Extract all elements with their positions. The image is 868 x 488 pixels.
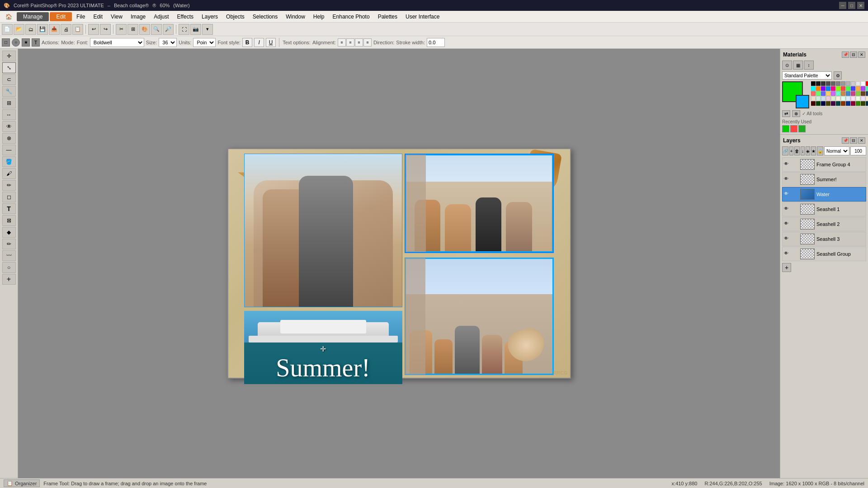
color-swatch[interactable] [866, 91, 868, 96]
menu-window[interactable]: Window [282, 13, 309, 21]
color-swatch[interactable] [866, 96, 868, 101]
layer-item[interactable]: 👁Seashell Group [782, 247, 866, 261]
color-swatch[interactable] [851, 86, 855, 91]
menu-view[interactable]: View [107, 13, 126, 21]
color-swatch[interactable] [811, 86, 816, 91]
color-swatch[interactable] [861, 81, 865, 86]
color-swatch[interactable] [826, 86, 830, 91]
color-swatch[interactable] [861, 101, 865, 106]
selection-tool[interactable]: ⤡ [2, 62, 16, 73]
opacity-input[interactable] [850, 146, 866, 155]
color-swatch[interactable] [836, 81, 840, 86]
menu-edit-item[interactable]: Edit [90, 13, 106, 21]
layer-item[interactable]: 👁Seashell 2 [782, 217, 866, 231]
materials-close-button[interactable]: ✕ [858, 52, 865, 58]
tool-mode-rect[interactable]: □ [2, 38, 10, 47]
align-center[interactable]: ≡ [346, 38, 354, 47]
layer-visibility-toggle[interactable]: 👁 [784, 206, 790, 212]
full-screen[interactable]: ⛶ [179, 24, 189, 35]
recent-color-2[interactable] [790, 125, 797, 132]
move-tool[interactable]: ✛ [2, 51, 16, 61]
color-swatch[interactable] [811, 81, 816, 86]
color-swatch[interactable] [831, 81, 835, 86]
paint-bucket[interactable]: 🪣 [2, 156, 16, 167]
gradient-tab[interactable]: ▦ [793, 61, 803, 70]
bold-button[interactable]: B [242, 38, 252, 47]
layers-close-button[interactable]: ✕ [858, 137, 865, 144]
screenshot[interactable]: 📷 [190, 24, 201, 35]
units-selector[interactable]: Points Pixels [193, 38, 216, 47]
color-swatch[interactable] [821, 91, 826, 96]
color-swatch[interactable] [856, 101, 860, 106]
menu-edit[interactable]: Edit [50, 12, 72, 21]
color-swatch[interactable] [826, 96, 830, 101]
materials-pin-button[interactable]: 📌 [842, 52, 849, 58]
color-swatch[interactable] [846, 86, 850, 91]
tool-mode-star[interactable]: ★ [22, 38, 30, 47]
color-swatch[interactable] [811, 96, 816, 101]
menu-user-interface[interactable]: User Interface [402, 13, 443, 21]
frame-topright[interactable] [405, 154, 554, 253]
color-swatch[interactable] [816, 86, 821, 91]
color-swatch[interactable] [841, 86, 845, 91]
font-selector[interactable]: Boldwell Arial Times New Roman [90, 38, 144, 47]
color-swatch[interactable] [811, 91, 816, 96]
swap-colors-button[interactable]: ⇄ [782, 110, 790, 117]
menu-image[interactable]: Image [127, 13, 149, 21]
zoom-out[interactable]: 🔎 [163, 24, 174, 35]
palette-settings[interactable]: ⚙ [834, 71, 842, 80]
open-button[interactable]: 📂 [14, 24, 24, 35]
palette-type-selector[interactable]: Standard Palette Web Safe [782, 71, 832, 80]
menu-selections[interactable]: Selections [249, 13, 281, 21]
color-swatch[interactable] [861, 91, 865, 96]
color-swatch[interactable] [821, 101, 826, 106]
layer-visibility-toggle[interactable]: 👁 [784, 221, 790, 227]
lasso-tool[interactable]: ⊂ [2, 74, 16, 85]
canvas-area[interactable]: ✛ Summer! RRCG [18, 49, 780, 478]
tool-mode-circle[interactable]: ○ [12, 38, 20, 47]
color-swatch[interactable] [846, 81, 850, 86]
color-swatch[interactable] [866, 81, 868, 86]
toolbar-more[interactable]: ▾ [202, 24, 213, 35]
color-swatch[interactable] [821, 81, 826, 86]
color-swatch[interactable] [866, 101, 868, 106]
color-swatch[interactable] [831, 91, 835, 96]
eraser-tool[interactable]: ◻ [2, 192, 16, 202]
color-swatch[interactable] [846, 96, 850, 101]
color-swatch[interactable] [826, 101, 830, 106]
align-left[interactable]: ≡ [338, 38, 346, 47]
red-eye[interactable]: 👁 [2, 121, 16, 132]
blend-mode-selector[interactable]: Normal Multiply Screen [824, 146, 849, 155]
color-swatch[interactable] [816, 101, 821, 106]
straighten-tool[interactable]: ↔ [2, 109, 16, 120]
color-swatch[interactable] [851, 96, 855, 101]
materials-float-button[interactable]: ⊟ [850, 52, 857, 58]
clone-tool[interactable]: ⊗ [2, 133, 16, 144]
font-size-selector[interactable]: 36 24 48 72 [159, 38, 177, 47]
align-justify[interactable]: ≡ [363, 38, 372, 47]
color-swatch[interactable] [856, 86, 860, 91]
add-layer-button[interactable]: + [782, 263, 791, 272]
layer-visibility-toggle[interactable]: 👁 [784, 161, 790, 168]
menu-help[interactable]: Help [310, 13, 328, 21]
layers-float-button[interactable]: ⊟ [850, 137, 857, 144]
layer-item[interactable]: 👁Summer! [782, 172, 866, 187]
pattern-tab[interactable]: ↕ [804, 61, 814, 70]
color-swatch[interactable] [836, 91, 840, 96]
color-swatch[interactable] [821, 86, 826, 91]
minimize-button[interactable]: ─ [839, 2, 846, 9]
frame-left[interactable] [244, 154, 402, 307]
color-swatch[interactable] [856, 91, 860, 96]
layer-link-button[interactable]: 🔗 [782, 146, 788, 155]
menu-enhance-photo[interactable]: Enhance Photo [329, 13, 373, 21]
color-swatch[interactable] [851, 81, 855, 86]
color-swatch[interactable] [821, 96, 826, 101]
layer-item[interactable]: 👁Seashell 1 [782, 202, 866, 216]
maximize-button[interactable]: □ [848, 2, 855, 9]
zoom-in[interactable]: 🔍 [151, 24, 162, 35]
home-icon[interactable]: 🏠 [2, 13, 16, 21]
color-swatch[interactable] [846, 101, 850, 106]
layer-style-button[interactable]: ★ [811, 146, 816, 155]
menu-manage[interactable]: Manage [17, 12, 49, 21]
print-layout[interactable]: 📋 [72, 24, 83, 35]
